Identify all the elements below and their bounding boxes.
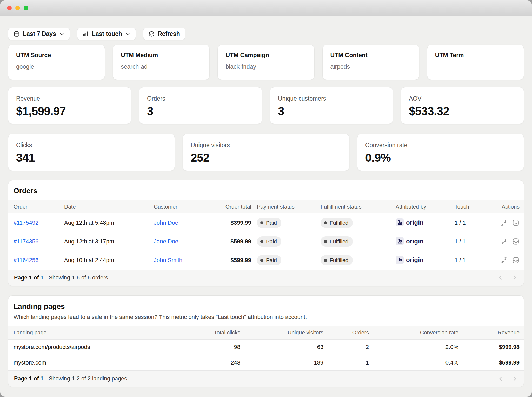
origin-logo-icon [396,237,404,245]
landing-page-url: mystore.com/products/airpods [8,339,181,355]
chevron-left-icon[interactable] [497,375,504,382]
landing-pages-title: Landing pages [14,302,518,311]
origin-brand-label: origin [406,238,424,245]
orders-pagination-footer: Page 1 of 1 Showing 1-6 of 6 orders [8,270,524,286]
calendar-icon [13,30,20,37]
clicks-label: Clicks [16,142,167,149]
revenue-value: $1,599.97 [16,105,123,118]
attribution-model-label: Last touch [92,30,122,37]
utm-source-card: UTM Source google [8,45,105,80]
landing-pagination-footer: Page 1 of 1 Showing 1-2 of 2 landing pag… [8,370,524,387]
touch-count: 1 / 1 [450,232,498,251]
landing-pages-description: Which landing pages lead to a sale in th… [14,314,518,321]
col-header-date: Date [64,200,154,213]
order-total: $399.99 [203,213,251,232]
unique-visitors-metric-card: Unique visitors 252 [183,134,349,171]
utm-medium-card: UTM Medium search-ad [113,45,210,80]
utm-term-card: UTM Term - [427,45,524,80]
utm-content-card: UTM Content airpods [322,45,419,80]
utm-cards-row: UTM Source google UTM Medium search-ad U… [8,45,524,80]
orders-value: 3 [147,105,254,118]
journey-steps-icon[interactable] [500,238,508,245]
attributed-by-origin[interactable]: origin [396,256,424,264]
attributed-by-origin[interactable]: origin [396,218,424,226]
landing-pages-panel: Landing pages Which landing pages lead t… [8,295,524,387]
order-id-link[interactable]: #1174356 [14,238,38,245]
origin-brand-label: origin [406,256,424,264]
attribution-model-dropdown[interactable]: Last touch [77,28,136,40]
order-row: #1174356 Aug 12th at 3:17pm Jane Doe $59… [8,232,524,251]
inbox-icon[interactable] [512,256,520,264]
clicks-metric-card: Clicks 341 [8,134,175,171]
landing-unique-visitors: 189 [240,355,323,370]
status-dot-icon [260,221,263,224]
chevron-right-icon[interactable] [511,274,518,281]
orders-panel-title: Orders [8,180,524,200]
orders-panel: Orders Order Date Customer Order total P… [8,180,524,286]
utm-medium-value: search-ad [121,63,202,70]
date-range-dropdown[interactable]: Last 7 Days [8,28,70,40]
close-window-button[interactable] [7,6,12,10]
conversion-rate-metric-card: Conversion rate 0.9% [357,134,524,171]
filter-toolbar: Last 7 Days Last touch Refresh [8,28,524,40]
refresh-icon [148,31,155,37]
customer-link[interactable]: John Smith [154,257,182,263]
chevron-left-icon[interactable] [497,274,504,281]
customer-link[interactable]: John Doe [154,219,178,226]
landing-revenue: $599.99 [458,355,524,370]
order-row: #1164256 Aug 10th at 2:44pm John Smith $… [8,251,524,270]
customer-link[interactable]: Jane Doe [154,238,178,245]
landing-orders: 2 [323,339,369,355]
unique-customers-value: 3 [278,105,385,118]
journey-steps-icon[interactable] [500,256,508,264]
col-header-attributed: Attributed by [391,200,450,213]
status-dot-icon [324,259,327,262]
order-id-link[interactable]: #1175492 [14,219,38,226]
inbox-icon[interactable] [512,238,520,245]
journey-steps-icon[interactable] [500,219,508,226]
touch-count: 1 / 1 [450,213,498,232]
aov-label: AOV [409,95,516,102]
col-header-order-total: Order total [203,200,251,213]
landing-pages-table: Landing page Total clicks Unique visitor… [8,326,524,371]
col-header-orders: Orders [323,326,369,339]
orders-page-indicator: Page 1 of 1 [14,275,44,281]
orders-pager [497,274,518,281]
col-header-customer: Customer [154,200,203,213]
date-range-label: Last 7 Days [23,30,56,37]
minimize-window-button[interactable] [15,6,20,10]
col-header-actions: Actions [498,200,524,213]
col-header-fulfillment: Fulfillment status [315,200,391,213]
utm-content-value: airpods [330,63,411,70]
refresh-button[interactable]: Refresh [143,28,185,40]
conversion-rate-label: Conversion rate [365,142,516,149]
utm-source-label: UTM Source [16,52,97,59]
zoom-window-button[interactable] [24,6,28,10]
origin-logo-icon [396,218,404,226]
utm-medium-label: UTM Medium [121,52,202,59]
clicks-value: 341 [16,151,167,164]
order-total: $599.99 [203,232,251,251]
chevron-right-icon[interactable] [511,375,518,382]
landing-conversion-rate: 2.0% [369,339,458,355]
landing-total-clicks: 98 [181,339,240,355]
landing-orders: 1 [323,355,369,370]
col-header-payment: Payment status [251,200,315,213]
utm-term-label: UTM Term [435,52,516,59]
utm-source-value: google [16,63,97,70]
fulfillment-status-badge: Fulfilled [321,218,353,228]
aov-value: $533.32 [409,105,516,118]
touch-count: 1 / 1 [450,251,498,270]
app-window: Last 7 Days Last touch Refresh [0,0,532,397]
chevron-down-icon [59,31,65,37]
unique-customers-metric-card: Unique customers 3 [270,87,393,124]
aov-metric-card: AOV $533.32 [401,87,524,124]
window-titlebar [0,0,532,16]
inbox-icon[interactable] [512,219,520,226]
order-actions [498,256,520,264]
attributed-by-origin[interactable]: origin [396,237,424,245]
order-id-link[interactable]: #1164256 [14,257,38,263]
landing-total-clicks: 243 [181,355,240,370]
orders-metric-card: Orders 3 [139,87,262,124]
landing-pages-header: Landing pages Which landing pages lead t… [8,296,524,326]
